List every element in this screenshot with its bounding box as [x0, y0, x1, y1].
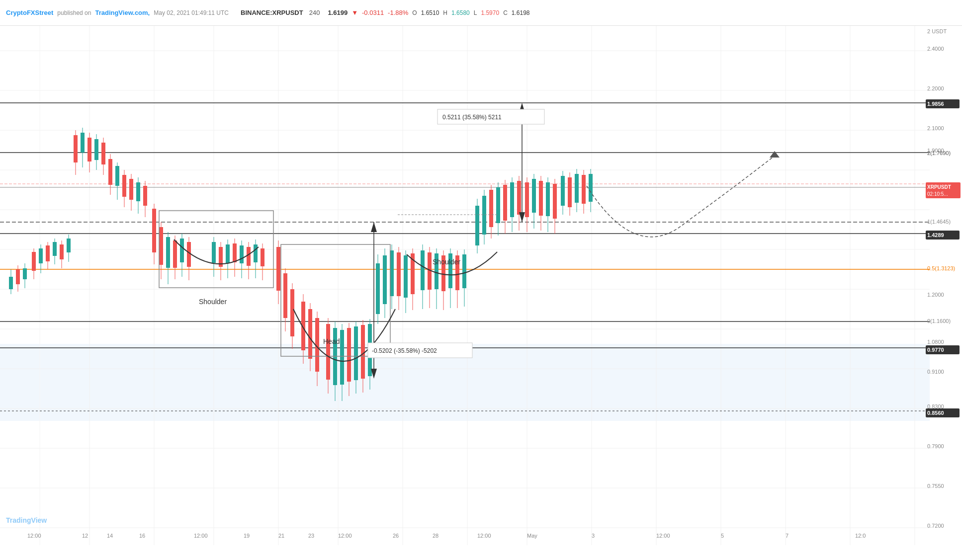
- main-chart[interactable]: 0.5211 (35.58%) 5211 -0.5202 (-35.58%) -…: [0, 26, 930, 545]
- ohlc-close: C: [503, 9, 508, 16]
- svg-rect-129: [354, 326, 358, 380]
- svg-rect-53: [53, 242, 57, 256]
- svg-rect-89: [180, 239, 184, 262]
- tradingview-watermark: TradingView: [6, 516, 47, 524]
- svg-rect-113: [290, 289, 294, 336]
- svg-rect-77: [136, 182, 140, 201]
- svg-rect-137: [383, 255, 387, 304]
- low-value: 1.5970: [481, 9, 499, 16]
- svg-text:0.7550: 0.7550: [927, 483, 944, 489]
- svg-rect-69: [108, 159, 112, 185]
- svg-text:XRPUSDT: XRPUSDT: [927, 184, 951, 190]
- svg-rect-189: [575, 174, 579, 203]
- svg-text:0.7200: 0.7200: [927, 523, 944, 529]
- svg-rect-41: [9, 277, 13, 289]
- svg-rect-179: [539, 181, 543, 216]
- svg-text:0.9770: 0.9770: [927, 347, 944, 353]
- svg-rect-87: [173, 240, 177, 268]
- svg-text:23: 23: [308, 533, 314, 539]
- svg-rect-75: [129, 179, 133, 200]
- svg-text:-0.5202 (-35.58%) -5202: -0.5202 (-35.58%) -5202: [372, 347, 437, 354]
- chart-container: CryptoFXStreet published on TradingView.…: [0, 0, 962, 560]
- svg-text:2(1.7690): 2(1.7690): [927, 150, 951, 156]
- svg-rect-65: [94, 139, 98, 160]
- svg-text:0.5211 (35.58%) 5211: 0.5211 (35.58%) 5211: [442, 114, 502, 121]
- svg-text:1.9856: 1.9856: [927, 101, 944, 107]
- svg-text:02:10:5...: 02:10:5...: [927, 191, 948, 197]
- svg-text:3: 3: [592, 533, 595, 539]
- svg-rect-143: [404, 255, 408, 298]
- svg-rect-111: [283, 273, 287, 318]
- svg-text:12:0: 12:0: [855, 533, 866, 539]
- svg-rect-103: [247, 247, 251, 266]
- price-axis: 2.4000 2.2000 2.1000 1.9000 1.9856 2(1.7…: [925, 26, 962, 545]
- svg-rect-135: [376, 263, 380, 314]
- change-value: -0.0311: [362, 9, 384, 16]
- svg-rect-79: [143, 186, 147, 206]
- svg-text:14: 14: [107, 533, 113, 539]
- svg-rect-165: [489, 190, 493, 227]
- svg-rect-177: [532, 179, 536, 213]
- svg-rect-81: [152, 209, 156, 252]
- svg-rect-101: [240, 245, 244, 263]
- svg-text:5: 5: [721, 533, 724, 539]
- svg-rect-185: [561, 176, 565, 206]
- svg-rect-181: [546, 182, 550, 216]
- svg-text:0.7900: 0.7900: [927, 443, 944, 449]
- svg-rect-141: [397, 252, 401, 296]
- svg-text:16: 16: [139, 533, 145, 539]
- svg-text:1(1.4645): 1(1.4645): [927, 219, 951, 225]
- left-shoulder-label: Shoulder: [199, 298, 227, 306]
- svg-rect-99: [233, 243, 237, 262]
- svg-rect-105: [254, 244, 258, 262]
- svg-text:1.2000: 1.2000: [927, 292, 944, 298]
- timeframe-label: 240: [309, 9, 320, 16]
- svg-text:1.4289: 1.4289: [927, 232, 944, 238]
- svg-rect-167: [496, 187, 500, 223]
- svg-text:12:00: 12:00: [656, 533, 670, 539]
- svg-rect-147: [421, 250, 425, 290]
- svg-rect-55: [60, 244, 64, 259]
- svg-rect-45: [23, 268, 27, 279]
- svg-rect-71: [115, 166, 119, 186]
- svg-rect-49: [39, 248, 43, 263]
- high-value: 1.6580: [451, 9, 470, 16]
- svg-text:0.5(1.3123): 0.5(1.3123): [927, 265, 955, 271]
- svg-text:0.9100: 0.9100: [927, 369, 944, 375]
- ohlc-high: H: [443, 9, 447, 16]
- svg-rect-127: [347, 328, 351, 382]
- svg-text:21: 21: [278, 533, 284, 539]
- svg-rect-107: [261, 248, 264, 266]
- svg-rect-59: [74, 135, 78, 162]
- svg-text:28: 28: [433, 533, 438, 539]
- svg-rect-163: [482, 196, 486, 235]
- svg-rect-191: [582, 175, 586, 204]
- svg-text:12:00: 12:00: [194, 533, 208, 539]
- ohlc-low: L: [474, 9, 477, 16]
- current-price: 1.6199: [328, 9, 348, 16]
- svg-rect-125: [340, 330, 344, 385]
- close-value: 1.6198: [512, 9, 530, 16]
- svg-rect-159: [462, 254, 466, 288]
- svg-rect-121: [326, 324, 330, 380]
- svg-text:12:00: 12:00: [27, 533, 41, 539]
- svg-text:7: 7: [786, 533, 788, 539]
- svg-rect-109: [276, 247, 280, 291]
- svg-text:12:00: 12:00: [338, 533, 352, 539]
- svg-text:19: 19: [244, 533, 250, 539]
- svg-text:12: 12: [82, 533, 88, 539]
- svg-rect-63: [87, 138, 91, 161]
- publish-date: May 02, 2021 01:49:11 UTC: [154, 9, 229, 16]
- svg-text:2.2000: 2.2000: [927, 85, 944, 91]
- price-change: ▼: [351, 9, 358, 16]
- svg-text:0(1.1600): 0(1.1600): [927, 318, 951, 324]
- svg-rect-161: [475, 206, 479, 245]
- svg-rect-57: [67, 239, 71, 252]
- svg-rect-83: [159, 227, 163, 265]
- svg-rect-171: [510, 182, 514, 217]
- svg-rect-193: [589, 174, 593, 202]
- ohlc-open: O: [412, 9, 417, 16]
- svg-rect-61: [81, 133, 85, 153]
- symbol-label: BINANCE:XRPUSDT: [241, 9, 303, 16]
- svg-text:2.4000: 2.4000: [927, 46, 944, 52]
